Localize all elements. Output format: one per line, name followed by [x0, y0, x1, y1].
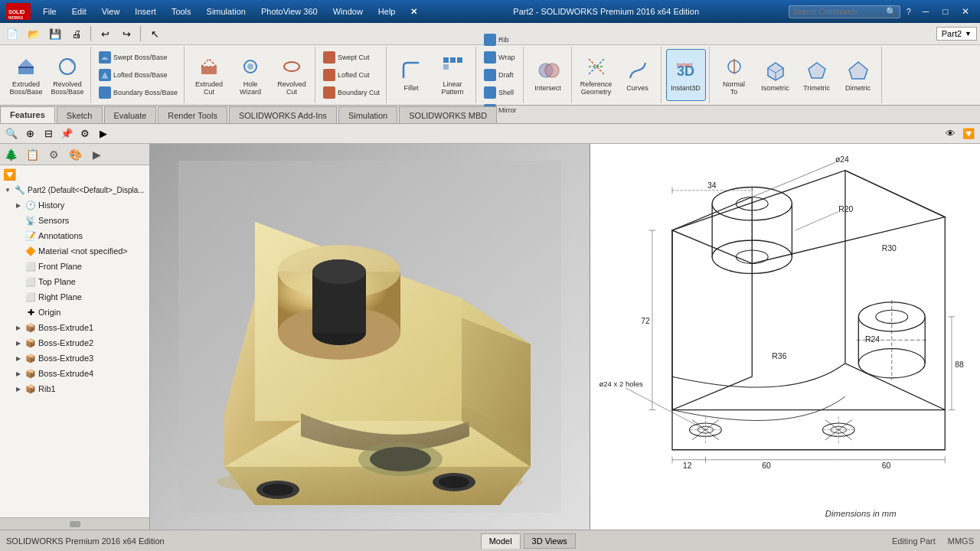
search-input[interactable]: [792, 8, 884, 16]
lofted-cut-btn[interactable]: Lofted Cut: [320, 67, 383, 83]
lofted-boss-btn[interactable]: Lofted Boss/Base: [96, 67, 181, 83]
normal-to-btn[interactable]: NormalTo: [714, 49, 754, 101]
extruded-cut-label: ExtrudedCut: [195, 80, 223, 96]
extruded-boss-btn[interactable]: ExtrudedBoss/Base: [6, 49, 46, 101]
help-btn[interactable]: ?: [903, 7, 914, 16]
tree-item-annotations[interactable]: 📝 Annotations: [0, 228, 149, 243]
3d-model-view[interactable]: [150, 144, 590, 530]
menu-tools[interactable]: Tools: [165, 5, 198, 18]
tree-item-history[interactable]: ▶ 🕐 History: [0, 197, 149, 213]
shell-label: Shell: [498, 89, 514, 96]
filter-tree-btn[interactable]: 🔽: [960, 126, 977, 142]
tree-be1-arrow: ▶: [14, 323, 23, 332]
minimize-button[interactable]: ─: [917, 5, 934, 18]
pin-btn[interactable]: 📌: [58, 126, 75, 142]
hole-wizard-btn[interactable]: HoleWizard: [230, 49, 270, 101]
boundary-cut-btn[interactable]: Boundary Cut: [320, 84, 383, 101]
wrap-btn[interactable]: Wrap: [481, 49, 520, 66]
more-btn[interactable]: ▶: [95, 126, 112, 142]
menu-help[interactable]: Help: [372, 5, 402, 18]
search-features-btn[interactable]: 🔍: [3, 126, 20, 142]
svg-text:ø24: ø24: [835, 155, 848, 164]
menu-simulation[interactable]: Simulation: [201, 5, 252, 18]
intersect-btn[interactable]: Intersect: [528, 49, 568, 101]
linear-pattern-btn[interactable]: LinearPattern: [433, 49, 472, 101]
fillet-btn[interactable]: Fillet: [391, 49, 431, 101]
swept-boss-btn[interactable]: Swept Boss/Base: [96, 49, 181, 66]
menu-view[interactable]: View: [96, 5, 126, 18]
edition-text: SOLIDWORKS Premium 2016 x64 Edition: [6, 536, 165, 546]
lofted-boss-label: Lofted Boss/Base: [113, 71, 168, 79]
tab-render[interactable]: Render Tools: [158, 106, 227, 123]
panel-tab-config[interactable]: ⚙: [43, 144, 64, 165]
revolved-boss-btn[interactable]: RevolvedBoss/Base: [47, 49, 87, 101]
tree-item-origin[interactable]: ✚ Origin: [0, 305, 149, 320]
curves-btn[interactable]: Curves: [618, 49, 658, 101]
hole-wizard-icon: [238, 54, 263, 79]
tab-simulation[interactable]: Simulation: [338, 106, 397, 123]
menu-photoview[interactable]: PhotoView 360: [255, 5, 324, 18]
menu-window[interactable]: Window: [327, 5, 369, 18]
swept-cut-btn[interactable]: Swept Cut: [320, 49, 383, 66]
menu-file[interactable]: File: [37, 5, 63, 18]
settings-btn[interactable]: ⚙: [77, 126, 93, 142]
extruded-cut-btn[interactable]: ExtrudedCut: [189, 49, 229, 101]
tree-item-boss-extrude1[interactable]: ▶ 📦 Boss-Extrude1: [0, 320, 149, 335]
panel-tab-more[interactable]: ▶: [86, 144, 107, 165]
tree-item-sensors[interactable]: 📡 Sensors: [0, 213, 149, 228]
tree-item-boss-extrude2[interactable]: ▶ 📦 Boss-Extrude2: [0, 335, 149, 350]
left-panel: 🌲 📋 ⚙ 🎨 ▶ 🔽 ▼ 🔧 Part2 (Default<<Default>…: [0, 144, 150, 530]
trimetric-btn[interactable]: Trimetric: [797, 49, 837, 101]
model-tab[interactable]: Model: [481, 533, 521, 549]
menu-insert[interactable]: Insert: [129, 5, 162, 18]
select-btn[interactable]: ↖: [145, 24, 164, 43]
close-button[interactable]: ✕: [957, 5, 974, 18]
reference-geometry-btn[interactable]: ReferenceGeometry: [577, 49, 616, 101]
collapse-btn[interactable]: ⊟: [40, 126, 57, 142]
tree-item-rib1[interactable]: ▶ 📦 Rib1: [0, 381, 149, 396]
revolved-cut-btn[interactable]: RevolvedCut: [272, 49, 312, 101]
svg-rect-16: [443, 64, 449, 70]
tree-item-boss-extrude3[interactable]: ▶ 📦 Boss-Extrude3: [0, 350, 149, 366]
filter-btn[interactable]: ⊕: [21, 126, 38, 142]
open-btn[interactable]: 📂: [24, 24, 43, 43]
print-btn[interactable]: 🖨: [67, 24, 86, 43]
tab-addins[interactable]: SOLIDWORKS Add-Ins: [229, 106, 337, 123]
tab-features[interactable]: Features: [0, 106, 55, 123]
tab-sketch[interactable]: Sketch: [57, 106, 103, 123]
isometric-btn[interactable]: Isometric: [756, 49, 795, 101]
rib-btn[interactable]: Rib: [481, 31, 520, 48]
redo-btn[interactable]: ↪: [117, 24, 136, 43]
svg-point-53: [370, 447, 431, 471]
dropdown-arrow[interactable]: ▼: [965, 30, 972, 37]
shell-btn[interactable]: Shell: [481, 84, 520, 101]
panel-tab-feature-tree[interactable]: 🌲: [0, 144, 21, 165]
draft-btn[interactable]: Draft: [481, 67, 520, 83]
menu-edit[interactable]: Edit: [66, 5, 93, 18]
tree-item-material[interactable]: 🔶 Material <not specified>: [0, 243, 149, 259]
views-tab[interactable]: 3D Views: [524, 533, 576, 549]
search-box[interactable]: 🔍: [789, 5, 900, 18]
tab-evaluate[interactable]: Evaluate: [104, 106, 157, 123]
tree-root-item[interactable]: ▼ 🔧 Part2 (Default<<Default>_Displa...: [0, 182, 149, 197]
tree-scrollbar[interactable]: [0, 517, 149, 530]
menu-close[interactable]: ✕: [404, 5, 423, 18]
filter-icon[interactable]: 🔽: [3, 168, 16, 181]
extruded-boss-label: ExtrudedBoss/Base: [9, 80, 42, 96]
instant3d-btn[interactable]: 3D instant Instant3D: [666, 49, 706, 101]
tree-item-boss-extrude4[interactable]: ▶ 📦 Boss-Extrude4: [0, 366, 149, 381]
save-btn[interactable]: 💾: [46, 24, 64, 43]
panel-tab-appearance[interactable]: 🎨: [64, 144, 86, 165]
tab-mbd[interactable]: SOLIDWORKS MBD: [399, 106, 497, 123]
maximize-button[interactable]: □: [937, 5, 954, 18]
tree-item-front-plane[interactable]: ⬜ Front Plane: [0, 259, 149, 274]
dimetric-btn[interactable]: Dimetric: [838, 49, 878, 101]
new-btn[interactable]: 📄: [3, 24, 21, 43]
view-mode-btn[interactable]: 👁: [942, 126, 959, 142]
tree-item-top-plane[interactable]: ⬜ Top Plane: [0, 274, 149, 289]
undo-btn[interactable]: ↩: [96, 24, 114, 43]
boundary-boss-btn[interactable]: Boundary Boss/Base: [96, 84, 181, 101]
tree-be2-label: Boss-Extrude2: [38, 338, 93, 347]
panel-tab-property[interactable]: 📋: [21, 144, 43, 165]
tree-item-right-plane[interactable]: ⬜ Right Plane: [0, 289, 149, 305]
